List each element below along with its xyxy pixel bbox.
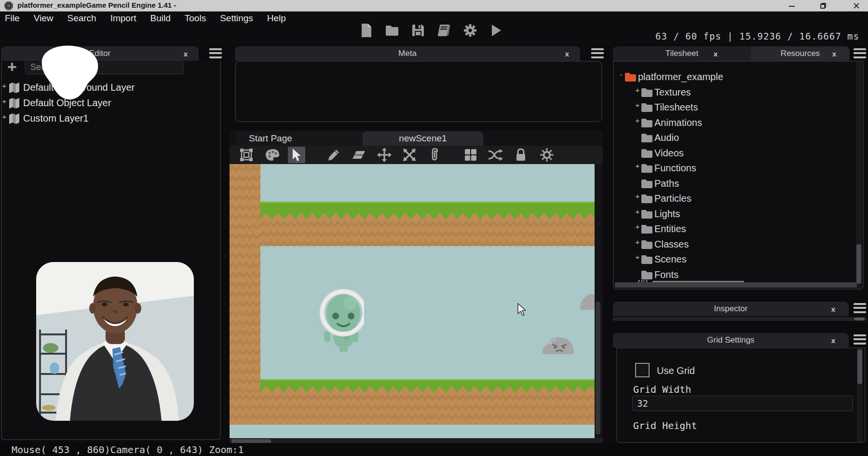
- menu-settings[interactable]: Settings: [220, 13, 253, 24]
- lock-tool[interactable]: [512, 147, 529, 163]
- tree-row-videos[interactable]: Videos: [635, 146, 684, 160]
- palette-tool[interactable]: [264, 147, 281, 163]
- scrollbar-thumb[interactable]: [854, 318, 865, 320]
- menu-build[interactable]: Build: [150, 13, 171, 24]
- randomize-tool[interactable]: [487, 147, 504, 163]
- webcam-video: [36, 262, 194, 421]
- tree-row-lights[interactable]: +Lights: [635, 207, 680, 221]
- inspector-close-button[interactable]: x: [828, 304, 839, 314]
- tree-row-entities[interactable]: +Entities: [635, 221, 686, 236]
- blob-enemy-entity[interactable]: [541, 334, 575, 354]
- select-cursor-tool[interactable]: [288, 147, 305, 163]
- transform-tool[interactable]: [401, 147, 418, 163]
- tree-row-paths[interactable]: Paths: [635, 176, 679, 191]
- scene-settings-tool[interactable]: [538, 147, 556, 163]
- scrollbar-thumb[interactable]: [596, 302, 600, 434]
- run-project-button[interactable]: [489, 23, 503, 38]
- menu-help[interactable]: Help: [267, 13, 286, 24]
- move-tool[interactable]: [376, 147, 393, 163]
- save-button[interactable]: [411, 23, 425, 38]
- layer-row-default-object[interactable]: + Default Object Layer: [1, 96, 213, 110]
- layer-row-custom-layer1[interactable]: + Custom Layer1: [1, 111, 213, 125]
- grid-width-label: Grid Width: [633, 384, 691, 395]
- layer-row-default-background[interactable]: + Default Background Layer: [1, 80, 213, 95]
- menu-view[interactable]: View: [34, 13, 54, 24]
- tree-row-tilesheets[interactable]: +Tilesheets: [635, 100, 698, 114]
- expand-icon[interactable]: +: [635, 253, 640, 261]
- expand-icon[interactable]: +: [635, 86, 640, 94]
- tree-row-classes[interactable]: +Classes: [635, 237, 689, 251]
- grid-settings-vertical-scrollbar[interactable]: [857, 348, 863, 442]
- expand-icon[interactable]: +: [635, 101, 640, 109]
- grid-settings-close-button[interactable]: x: [828, 335, 839, 345]
- minimize-button[interactable]: [782, 0, 801, 11]
- menu-file[interactable]: File: [5, 13, 20, 24]
- tab-start-page[interactable]: Start Page: [236, 131, 367, 146]
- meta-panel-body: [235, 61, 602, 122]
- resources-horizontal-scrollbar[interactable]: [615, 282, 857, 288]
- expand-icon[interactable]: +: [635, 116, 640, 124]
- tab-label: newScene1: [399, 133, 447, 144]
- expand-icon[interactable]: +: [1, 112, 8, 121]
- engine-settings-button[interactable]: [463, 23, 477, 38]
- close-icon: [853, 2, 860, 10]
- resources-close-button[interactable]: x: [829, 48, 840, 59]
- tab-resources[interactable]: Resources x: [751, 46, 850, 61]
- collapse-icon[interactable]: -: [618, 70, 624, 79]
- tree-row-animations[interactable]: +Animations: [635, 115, 702, 130]
- expand-icon[interactable]: +: [635, 162, 640, 170]
- left-panel-menu-button[interactable]: [209, 48, 222, 58]
- inspector-scroll-strip[interactable]: [613, 317, 867, 321]
- manual-book-button[interactable]: [437, 23, 451, 38]
- use-grid-checkbox[interactable]: [635, 363, 650, 377]
- eraser-tool[interactable]: [350, 147, 367, 163]
- tree-row-project-root[interactable]: - platformer_example: [618, 69, 723, 84]
- scrollbar-thumb[interactable]: [856, 244, 861, 284]
- blob-enemy-partial[interactable]: [580, 293, 595, 310]
- close-window-button[interactable]: [847, 0, 866, 11]
- left-panel-close-button[interactable]: x: [180, 48, 191, 59]
- tree-row-audio[interactable]: Audio: [635, 130, 679, 145]
- menu-search[interactable]: Search: [67, 13, 96, 24]
- open-folder-button[interactable]: [385, 23, 399, 38]
- scrollbar-thumb[interactable]: [857, 349, 862, 384]
- alien-player-entity[interactable]: [318, 289, 364, 353]
- tree-row-functions[interactable]: +Functions: [635, 161, 696, 175]
- meta-panel-menu-button[interactable]: [591, 48, 604, 58]
- tile-blocks-tool[interactable]: [462, 147, 479, 163]
- maximize-button[interactable]: [813, 0, 832, 11]
- expand-icon[interactable]: +: [1, 97, 8, 105]
- shuffle-icon: [488, 149, 503, 161]
- add-layer-button[interactable]: +: [4, 60, 20, 75]
- canvas-vertical-scrollbar[interactable]: [595, 164, 603, 438]
- tab-tilesheet[interactable]: Tilesheet x: [613, 46, 751, 61]
- attach-tool[interactable]: [426, 147, 444, 163]
- new-file-button[interactable]: [359, 23, 373, 38]
- tree-row-textures[interactable]: +Textures: [635, 85, 691, 99]
- expand-icon[interactable]: +: [635, 222, 640, 231]
- pencil-tool[interactable]: [325, 147, 342, 163]
- menu-tools[interactable]: Tools: [185, 13, 206, 24]
- cursor-icon: [291, 148, 302, 162]
- expand-icon[interactable]: +: [635, 238, 640, 246]
- tab-newscene1[interactable]: newScene1: [363, 131, 483, 146]
- grid-settings-menu-button[interactable]: [854, 334, 866, 345]
- grid-width-input[interactable]: [632, 396, 853, 411]
- tree-row-particles[interactable]: +Particles: [635, 191, 692, 206]
- scene-canvas[interactable]: [230, 164, 603, 445]
- expand-icon[interactable]: +: [635, 207, 640, 216]
- meta-panel-close-button[interactable]: x: [562, 48, 572, 59]
- expand-icon[interactable]: +: [1, 82, 8, 90]
- menu-import[interactable]: Import: [110, 13, 136, 24]
- expand-icon[interactable]: +: [635, 192, 640, 200]
- inspector-header-tab[interactable]: Inspector x: [613, 302, 849, 316]
- meta-panel-title: Meta: [398, 49, 417, 58]
- meta-panel-header-tab[interactable]: Meta x: [235, 46, 580, 61]
- scene-frame-tool[interactable]: [238, 147, 255, 163]
- resources-menu-button[interactable]: [854, 48, 866, 58]
- tree-row-scenes[interactable]: +Scenes: [635, 252, 687, 266]
- inspector-menu-button[interactable]: [854, 303, 866, 313]
- resources-vertical-scrollbar[interactable]: [856, 62, 862, 289]
- grid-settings-header-tab[interactable]: Grid Settings x: [613, 333, 849, 347]
- tilesheet-close-button[interactable]: x: [710, 48, 721, 59]
